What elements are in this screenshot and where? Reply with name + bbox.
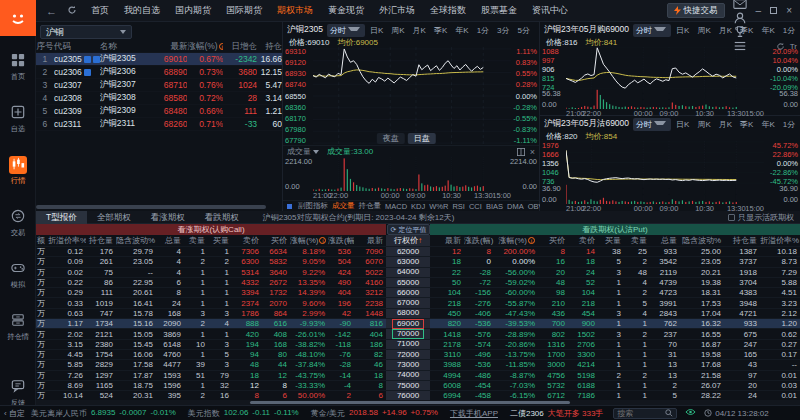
mail-icon[interactable] xyxy=(733,0,747,11)
put-header-9[interactable]: 持仓量 xyxy=(724,235,760,246)
watchlist-hscrollbar[interactable] xyxy=(36,205,266,209)
options-row-71000[interactable]: 万3.15238015.456148103194168-38.82%-11818… xyxy=(36,340,800,350)
indicator-持仓量[interactable]: 持仓量 xyxy=(359,201,382,211)
call-header-10[interactable]: 涨跌(幅) xyxy=(328,235,354,246)
put-header-6[interactable]: 卖量 xyxy=(624,235,650,246)
call-header-7[interactable]: 卖价 xyxy=(232,235,262,246)
column-header-5[interactable]: 日增仓 xyxy=(223,41,257,53)
options-row-62000[interactable]: 万0.1217629.79411730666348.18%53670906200… xyxy=(36,247,800,257)
tab-分时[interactable]: 分时 xyxy=(633,24,671,37)
tab-10分[interactable]: 10分 xyxy=(535,24,537,37)
back-button[interactable]: ← xyxy=(46,5,57,17)
locate-atm-button[interactable]: ⟳ 定位平值 xyxy=(387,224,430,235)
sidebar-item-feedback[interactable]: 反馈 xyxy=(0,378,36,408)
strike-header[interactable]: 行权价↑ xyxy=(386,235,430,246)
call-header-0[interactable]: 额 xyxy=(36,235,48,246)
watchlist-row-cu2307[interactable]: 3cu2307沪铜2307687100.76%10245.47 xyxy=(36,79,282,92)
sidebar-item-grid[interactable]: 首页 xyxy=(0,52,36,82)
options-hscrollbar-thumb[interactable] xyxy=(250,401,570,404)
group-select[interactable]: 沪铜 xyxy=(40,25,132,39)
sidebar-item-trade[interactable]: 交易 xyxy=(0,208,36,238)
options-tab-T型报价[interactable]: T型报价 xyxy=(36,211,87,224)
options-row-68000[interactable]: 万0.6374715.781683317868642.99%4214486800… xyxy=(36,309,800,319)
tab-周K[interactable]: 周K xyxy=(388,24,407,37)
minimize-button[interactable]: – xyxy=(756,5,762,16)
call-header-2[interactable]: 持仓量 xyxy=(86,235,116,246)
call-header-1[interactable]: 折溢价率% xyxy=(48,235,86,246)
options-tab-全部期权[interactable]: 全部期权 xyxy=(87,211,141,224)
tab-3分[interactable]: 3分 xyxy=(494,24,512,37)
tab-年K[interactable]: 年K xyxy=(758,118,777,131)
sidebar-item-drawer[interactable]: 持仓情 xyxy=(0,312,36,342)
quick-trade-button[interactable]: 快捷交易 xyxy=(667,3,725,18)
tab-日K[interactable]: 日K xyxy=(367,24,386,37)
tab-5分[interactable]: 5分 xyxy=(515,24,533,37)
tab-分时[interactable]: 分时 xyxy=(633,118,671,131)
watchlist-row-cu2309[interactable]: 5cu2309沪铜2309684800.66%1111.21 xyxy=(36,105,282,118)
indicator-成交量[interactable]: 成交量 xyxy=(332,201,355,211)
download-app-link[interactable]: 下载手机APP xyxy=(450,408,498,419)
column-header-3[interactable]: 最新 xyxy=(150,41,188,53)
options-row-66000[interactable]: 万0.2911120.618113394173214.39%4043212660… xyxy=(36,288,800,298)
call-header-9[interactable]: 涨幅(%)i xyxy=(290,235,328,246)
search-input[interactable] xyxy=(617,409,665,418)
put-header-0[interactable]: 最新 xyxy=(430,235,464,246)
put-header-4[interactable]: 卖价 xyxy=(568,235,598,246)
maximize-button[interactable] xyxy=(770,5,777,16)
options-row-76000[interactable]: 万10.1452420.313952168650.00%26760006994-… xyxy=(36,391,800,400)
indicator-MACD[interactable]: MACD xyxy=(385,202,407,211)
eye-icon[interactable] xyxy=(685,408,696,418)
call-header-11[interactable]: 最新 xyxy=(354,235,386,246)
nav-item-全球指数[interactable]: 全球指数 xyxy=(430,4,466,17)
watchlist-row-cu2305[interactable]: 1cu2305沪铜2305690100.67%-234216.66 xyxy=(36,53,282,66)
options-row-74000[interactable]: 万7.26129717.87159351791812-43.75%-141874… xyxy=(36,371,800,381)
put-header-5[interactable]: 买量 xyxy=(598,235,624,246)
alert-contract[interactable]: 二债2306 xyxy=(510,408,544,419)
put-header-1[interactable]: 涨跌(幅) xyxy=(464,235,494,246)
expand-panel-icon[interactable] xyxy=(517,148,525,156)
watchlist-row-cu2311[interactable]: 6cu2311沪铜2311682600.71%-3360 xyxy=(36,118,282,131)
ticker-item[interactable]: 美元指数102.06-0.11-0.11% xyxy=(188,408,299,419)
options-row-75000[interactable]: 万8.69116518.751596132128-33.33%-48750006… xyxy=(36,381,800,391)
trophy-icon[interactable] xyxy=(733,25,747,39)
column-header-2[interactable]: 名称 xyxy=(100,41,150,53)
tab-季K[interactable]: 季K xyxy=(737,118,756,131)
indicator-CCI[interactable]: CCI xyxy=(469,202,482,211)
tab-1分[interactable]: 1分 xyxy=(474,24,492,37)
column-header-6[interactable]: 持仓 xyxy=(257,41,282,53)
column-header-1[interactable]: 代码 xyxy=(54,41,100,53)
nav-item-资讯中心[interactable]: 资讯中心 xyxy=(532,4,568,17)
nav-item-我的自选[interactable]: 我的自选 xyxy=(124,4,160,17)
put-header-2[interactable]: 涨幅(%)i xyxy=(494,235,538,246)
session-夜盘[interactable]: 夜盘 xyxy=(377,133,405,144)
call-header-3[interactable]: 隐含波动% xyxy=(116,235,156,246)
tab-1分[interactable]: 1分 xyxy=(780,118,798,131)
tab-年K[interactable]: 年K xyxy=(452,24,471,37)
indicator-BIAS[interactable]: BIAS xyxy=(486,202,503,211)
ticker-item[interactable]: 黄金/美元2018.58+14.96+0.75% xyxy=(311,408,438,419)
options-row-65000[interactable]: 万0.228622.956114332267213.35%49041606500… xyxy=(36,278,800,288)
options-row-69000[interactable]: 万1.17173415.16209024888616-9.93%-9081669… xyxy=(36,319,800,329)
list-icon[interactable] xyxy=(733,39,747,53)
user-icon[interactable] xyxy=(733,11,747,25)
watchlist-row-cu2306[interactable]: 2cu2306沪铜2306688900.73%368012.15 xyxy=(36,66,282,79)
nav-item-期权市场[interactable]: 期权市场 xyxy=(277,4,313,17)
options-row-72000[interactable]: 万4.45175416.064760159480-48.10%-76827200… xyxy=(36,350,800,360)
nav-item-国内期货[interactable]: 国内期货 xyxy=(175,4,211,17)
call-header-8[interactable]: 买价 xyxy=(262,235,290,246)
session-日盘[interactable]: 日盘 xyxy=(408,133,436,144)
put-header-7[interactable]: 总量 xyxy=(650,235,680,246)
active-options-checkbox[interactable]: 只显示活跃期权 xyxy=(728,212,794,223)
tab-周K[interactable]: 周K xyxy=(694,118,713,131)
nav-item-国际期货[interactable]: 国际期货 xyxy=(226,4,262,17)
watchlist-row-cu2308[interactable]: 4cu2308沪铜2308685800.72%283.14 xyxy=(36,92,282,105)
close-button[interactable]: × xyxy=(786,5,792,16)
nav-item-股票基金[interactable]: 股票基金 xyxy=(481,4,517,17)
column-header-4[interactable]: 涨幅(%)i xyxy=(187,41,223,53)
sidebar-item-star[interactable]: 自选 xyxy=(0,104,36,134)
sidebar-item-kline[interactable]: 行情 xyxy=(0,156,36,186)
refresh-chart-icon[interactable] xyxy=(776,42,785,51)
put-header-8[interactable]: 隐含波动% xyxy=(680,235,724,246)
search-icon[interactable] xyxy=(665,409,673,417)
tab-月K[interactable]: 月K xyxy=(410,24,429,37)
